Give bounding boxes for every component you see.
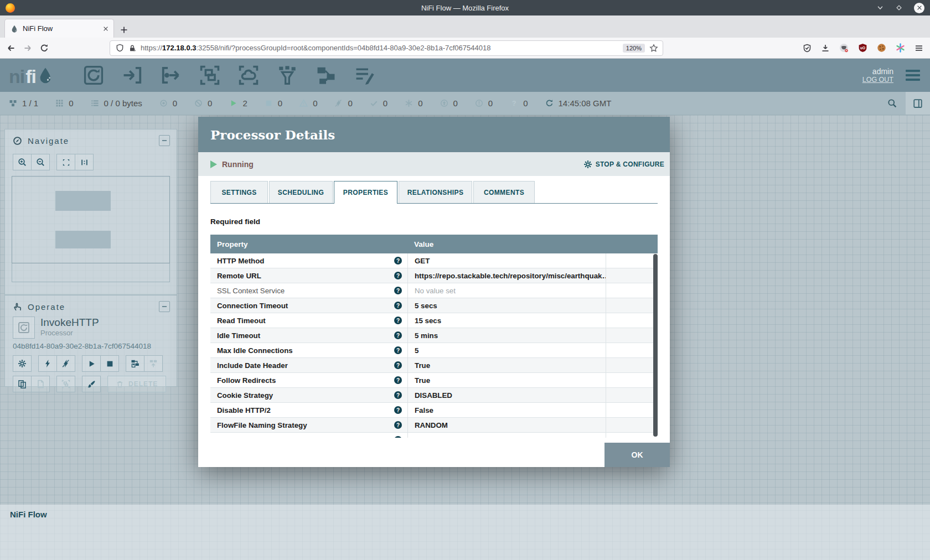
paste-button[interactable] bbox=[31, 376, 50, 392]
dialog-status-bar: Running STOP & CONFIGURE bbox=[198, 152, 670, 176]
tab-settings[interactable]: SETTINGS bbox=[210, 181, 268, 203]
group-button[interactable] bbox=[56, 376, 75, 392]
connection-lock-icon[interactable] bbox=[128, 44, 136, 52]
table-row: FlowFile Naming Strategy ? RANDOM bbox=[210, 418, 658, 433]
reload-button[interactable] bbox=[40, 44, 49, 53]
table-row: Idle Timeout ? 5 mins bbox=[210, 328, 658, 343]
breadcrumb[interactable]: NiFi Flow bbox=[10, 510, 47, 519]
trash-icon bbox=[116, 380, 124, 388]
help-icon[interactable]: ? bbox=[394, 421, 402, 429]
properties-table-body: HTTP Method ? GET Remote URL ? https://r… bbox=[210, 253, 658, 438]
operate-collapse-button[interactable] bbox=[159, 301, 170, 312]
page-zoom-indicator[interactable]: 120% bbox=[623, 44, 645, 53]
ok-button[interactable]: OK bbox=[604, 443, 670, 467]
start-button[interactable] bbox=[82, 355, 101, 372]
help-icon[interactable]: ? bbox=[394, 376, 402, 384]
maximize-button[interactable] bbox=[895, 4, 903, 12]
minimize-button[interactable] bbox=[876, 4, 884, 12]
change-color-button[interactable] bbox=[82, 376, 101, 392]
process-group-icon[interactable] bbox=[199, 65, 221, 86]
protections-shield-icon[interactable] bbox=[803, 44, 812, 53]
property-name: Connection Timeout bbox=[217, 302, 288, 310]
extension-sparkle-icon[interactable] bbox=[896, 43, 905, 53]
tab-properties[interactable]: PROPERTIES bbox=[334, 181, 397, 204]
property-value: True bbox=[407, 373, 606, 387]
table-row: HTTP Method ? GET bbox=[210, 253, 658, 268]
table-row: Follow Redirects ? True bbox=[210, 373, 658, 388]
queued-icon bbox=[91, 99, 99, 107]
funnel-icon[interactable] bbox=[276, 65, 298, 86]
upload-template-button[interactable] bbox=[144, 355, 163, 372]
navigate-panel-title: Navigate bbox=[28, 136, 69, 146]
table-row: Read Timeout ? 15 secs bbox=[210, 313, 658, 328]
enable-button[interactable] bbox=[38, 355, 57, 372]
properties-table-header: Property Value bbox=[210, 235, 658, 253]
status-history-panel-button[interactable] bbox=[906, 92, 930, 115]
downloads-icon[interactable] bbox=[821, 44, 830, 53]
cluster-icon bbox=[9, 99, 17, 107]
processor-icon[interactable] bbox=[82, 65, 105, 86]
zoom-actual-size-button[interactable] bbox=[75, 154, 94, 170]
close-button[interactable] bbox=[914, 3, 924, 13]
running-status-label: Running bbox=[222, 160, 254, 169]
label-icon[interactable] bbox=[354, 65, 376, 86]
help-icon[interactable]: ? bbox=[394, 272, 402, 279]
transmitting-count: 0 bbox=[173, 98, 177, 108]
help-icon[interactable]: ? bbox=[394, 302, 402, 309]
forward-button[interactable] bbox=[23, 44, 32, 53]
table-scrollbar[interactable] bbox=[653, 254, 658, 437]
browser-tab-nifi-flow[interactable]: NiFi Flow bbox=[4, 19, 114, 38]
stop-button[interactable] bbox=[100, 355, 119, 372]
birdseye-minimap[interactable] bbox=[12, 176, 170, 263]
global-menu-button[interactable] bbox=[903, 68, 922, 83]
cookie-extension-icon[interactable] bbox=[877, 43, 886, 53]
flow-canvas[interactable]: Navigate Operate bbox=[0, 115, 930, 560]
container-extension-icon[interactable] bbox=[839, 43, 849, 53]
output-port-icon[interactable] bbox=[160, 65, 182, 86]
tab-comments[interactable]: COMMENTS bbox=[473, 181, 535, 203]
stale-status: 0 bbox=[440, 98, 458, 108]
url-bar[interactable]: https://172.18.0.3:32558/nifi/?processGr… bbox=[110, 40, 663, 56]
remote-process-group-icon[interactable] bbox=[237, 65, 260, 86]
help-icon[interactable]: ? bbox=[394, 436, 402, 438]
configure-button[interactable] bbox=[13, 355, 32, 372]
stopped-icon bbox=[265, 99, 273, 107]
tracking-protection-shield-icon[interactable] bbox=[116, 44, 124, 52]
bookmark-star-icon[interactable] bbox=[649, 44, 658, 53]
ublock-extension-icon[interactable]: uO bbox=[858, 43, 867, 53]
create-template-button[interactable] bbox=[126, 355, 144, 372]
property-value: RANDOM bbox=[407, 418, 606, 432]
template-icon[interactable] bbox=[315, 65, 337, 86]
required-field-note: Required field bbox=[210, 217, 658, 226]
minimap-brush[interactable] bbox=[12, 263, 170, 282]
zoom-fit-button[interactable] bbox=[56, 154, 75, 170]
tab-scheduling[interactable]: SCHEDULING bbox=[269, 181, 333, 203]
flow-status-metrics: 1 / 1 0 0 / 0 bytes 0 0 2 0 0 0 0 0 0 0 … bbox=[9, 98, 611, 108]
tab-relationships[interactable]: RELATIONSHIPS bbox=[399, 181, 472, 203]
zoom-out-button[interactable] bbox=[31, 154, 50, 170]
firefox-window: NiFi Flow — Mozilla Firefox NiFi Flow ht… bbox=[0, 0, 930, 560]
navigate-collapse-button[interactable] bbox=[159, 135, 170, 146]
delete-button[interactable]: DELETE bbox=[107, 376, 166, 392]
input-port-icon[interactable] bbox=[121, 65, 143, 86]
help-icon[interactable]: ? bbox=[394, 331, 402, 339]
new-tab-button[interactable] bbox=[120, 25, 128, 34]
copy-button[interactable] bbox=[13, 376, 32, 392]
logout-link[interactable]: LOG OUT bbox=[862, 76, 893, 84]
stop-and-configure-button[interactable]: STOP & CONFIGURE bbox=[583, 160, 664, 169]
search-icon[interactable] bbox=[887, 98, 897, 108]
zoom-in-button[interactable] bbox=[13, 154, 32, 170]
help-icon[interactable]: ? bbox=[394, 361, 402, 369]
url-text: https://172.18.0.3:32558/nifi/?processGr… bbox=[141, 44, 618, 52]
tab-close-icon[interactable] bbox=[102, 25, 109, 32]
help-icon[interactable]: ? bbox=[394, 287, 402, 294]
help-icon[interactable]: ? bbox=[394, 317, 402, 324]
help-icon[interactable]: ? bbox=[394, 346, 402, 354]
help-icon[interactable]: ? bbox=[394, 406, 402, 414]
disable-button[interactable] bbox=[56, 355, 75, 372]
help-icon[interactable]: ? bbox=[394, 391, 402, 399]
back-button[interactable] bbox=[7, 44, 16, 53]
help-icon[interactable]: ? bbox=[394, 257, 402, 265]
browser-menu-button[interactable] bbox=[914, 44, 923, 53]
selected-component-type: Processor bbox=[40, 329, 99, 337]
